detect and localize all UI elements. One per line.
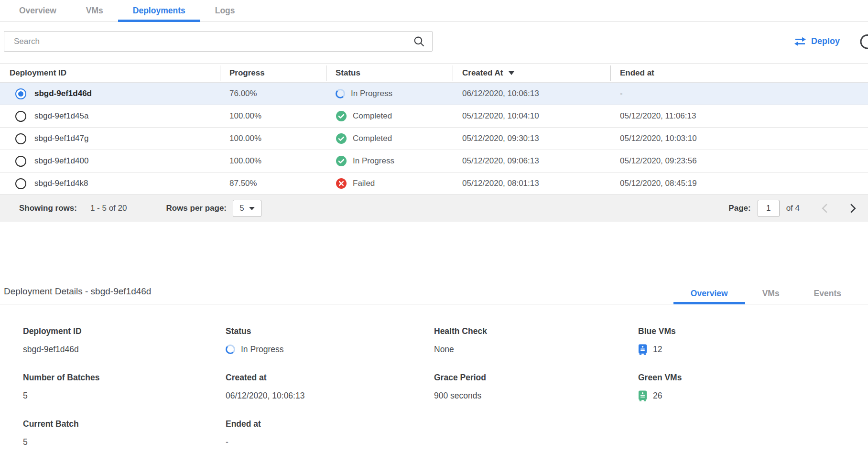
in-progress-spinner-icon [226, 345, 235, 354]
deployment-id-cell: sbgd-9ef1d4k8 [34, 179, 88, 188]
page-label: Page: [728, 204, 750, 213]
active-tab-underline [673, 302, 745, 304]
row-radio[interactable] [15, 156, 26, 167]
search-input[interactable] [4, 31, 433, 52]
check-status-icon [336, 110, 347, 122]
success-check-icon [336, 133, 347, 144]
table-header-row: Deployment IDProgressStatusCreated AtEnd… [0, 64, 868, 82]
tab-overview[interactable]: Overview [4, 0, 71, 22]
previous-page-button[interactable] [822, 203, 828, 214]
showing-rows-value: 1 - 5 of 20 [90, 204, 127, 213]
deployment-id-cell: sbgd-9ef1d46d [34, 89, 92, 98]
detail-field-label: Ended at [226, 419, 434, 429]
tab-label: Logs [215, 6, 235, 16]
detail-field-label: Current Batch [23, 419, 226, 429]
table-footer: Showing rows: 1 - 5 of 20 Rows per page:… [0, 194, 868, 222]
tab-events[interactable]: Events [797, 283, 858, 304]
next-page-button[interactable] [850, 203, 856, 214]
deploy-button[interactable]: Deploy [794, 36, 840, 46]
progress-cell: 87.50% [229, 179, 257, 188]
tab-logs[interactable]: Logs [200, 0, 250, 22]
column-label: Created At [462, 68, 503, 78]
deployment-id-cell: sbgd-9ef1d47g [34, 134, 88, 143]
tab-label: VMs [86, 6, 103, 16]
detail-field-value: 12 [653, 345, 662, 355]
deploy-button-label: Deploy [811, 36, 840, 46]
detail-field-label: Number of Batches [23, 373, 226, 383]
row-radio[interactable] [15, 178, 26, 189]
vm-blue-icon [638, 344, 647, 355]
detail-field-grace-period: Grace Period 900 seconds [434, 373, 638, 401]
rows-per-page-value: 5 [239, 204, 244, 213]
progress-cell: 100.00% [229, 156, 261, 166]
showing-rows-label: Showing rows: [19, 204, 77, 213]
ended-at-cell: - [620, 89, 623, 98]
status-label: Completed [353, 111, 392, 121]
created-at-cell: 05/12/2020, 08:01:13 [462, 179, 539, 188]
error-status-icon [336, 178, 347, 189]
column-label: Deployment ID [10, 68, 66, 78]
vm-icon [638, 390, 647, 401]
status-label: Failed [353, 179, 375, 188]
vm-green-icon [638, 390, 647, 401]
details-header: Deployment Details - sbgd-9ef1d46d Overv… [0, 283, 868, 304]
detail-field-value: 900 seconds [434, 391, 481, 401]
progress-cell: 76.00% [229, 89, 257, 98]
table-row[interactable]: sbgd-9ef1d47g 100.00% Completed 05/12/20… [0, 127, 868, 150]
swap-arrows-icon [794, 37, 806, 46]
detail-field-number-of-batches: Number of Batches 5 [23, 373, 226, 401]
column-header-deployment-id[interactable]: Deployment ID [0, 64, 220, 82]
table-row[interactable]: sbgd-9ef1d45a 100.00% Completed 05/12/20… [0, 105, 868, 127]
details-title: Deployment Details - sbgd-9ef1d46d [4, 286, 151, 304]
detail-field-label: Health Check [434, 326, 638, 336]
status-label: Completed [353, 134, 392, 143]
detail-field-label: Status [226, 326, 434, 336]
tab-vms[interactable]: VMs [745, 283, 797, 304]
detail-field-status: Status In Progress [226, 326, 434, 355]
success-check-icon [336, 110, 347, 122]
rows-per-page-label: Rows per page: [166, 204, 227, 213]
detail-field-health-check: Health Check None [434, 326, 638, 355]
column-header-created-at[interactable]: Created At [453, 64, 610, 82]
rows-per-page-select[interactable]: 5 [233, 200, 261, 217]
row-radio[interactable] [15, 133, 26, 144]
status-label: In Progress [353, 156, 394, 166]
pagination: Page: of 4 [728, 200, 856, 217]
column-header-progress[interactable]: Progress [220, 64, 326, 82]
tab-label: Deployments [133, 6, 185, 16]
ended-at-cell: 05/12/2020, 09:23:56 [620, 156, 697, 166]
table-row[interactable]: sbgd-9ef1d400 100.00% In Progress 05/12/… [0, 150, 868, 172]
main-tab-bar: Overview VMs Deployments Logs [0, 0, 868, 22]
created-at-cell: 05/12/2020, 09:06:13 [462, 156, 539, 166]
details-fields: Deployment ID sbgd-9ef1d46d Status In Pr… [0, 304, 868, 465]
detail-field-label: Grace Period [434, 373, 638, 383]
ended-at-cell: 05/12/2020, 11:06:13 [620, 111, 696, 121]
detail-field-value: 5 [23, 437, 28, 447]
detail-field-value: 06/12/2020, 10:06:13 [226, 391, 304, 401]
tab-vms[interactable]: VMs [71, 0, 118, 22]
spinner-status-icon [336, 89, 345, 98]
row-radio[interactable] [15, 88, 26, 99]
table-row[interactable]: sbgd-9ef1d46d 76.00% In Progress 06/12/2… [0, 82, 868, 105]
detail-field-label: Blue VMs [638, 326, 868, 336]
column-header-status[interactable]: Status [326, 64, 453, 82]
column-label: Ended at [620, 68, 654, 78]
details-tab-bar: Overview VMs Events [673, 283, 858, 304]
detail-field-deployment-id: Deployment ID sbgd-9ef1d46d [23, 326, 226, 355]
tab-label: VMs [762, 289, 780, 299]
column-header-ended-at[interactable]: Ended at [610, 64, 868, 82]
row-radio[interactable] [15, 111, 26, 122]
tab-deployments[interactable]: Deployments [118, 0, 200, 22]
detail-field-value: - [226, 437, 228, 447]
failed-x-icon [336, 178, 347, 189]
tab-overview[interactable]: Overview [673, 283, 745, 304]
sort-descending-icon[interactable] [509, 71, 514, 75]
table-row[interactable]: sbgd-9ef1d4k8 87.50% Failed 05/12/2020, … [0, 172, 868, 194]
success-check-icon [336, 155, 347, 167]
created-at-cell: 05/12/2020, 09:30:13 [462, 134, 539, 143]
check-status-icon [336, 155, 347, 167]
tab-label: Events [814, 289, 841, 299]
refresh-icon[interactable] [858, 32, 868, 51]
page-input[interactable] [758, 200, 780, 217]
detail-field-value: 5 [23, 391, 28, 401]
